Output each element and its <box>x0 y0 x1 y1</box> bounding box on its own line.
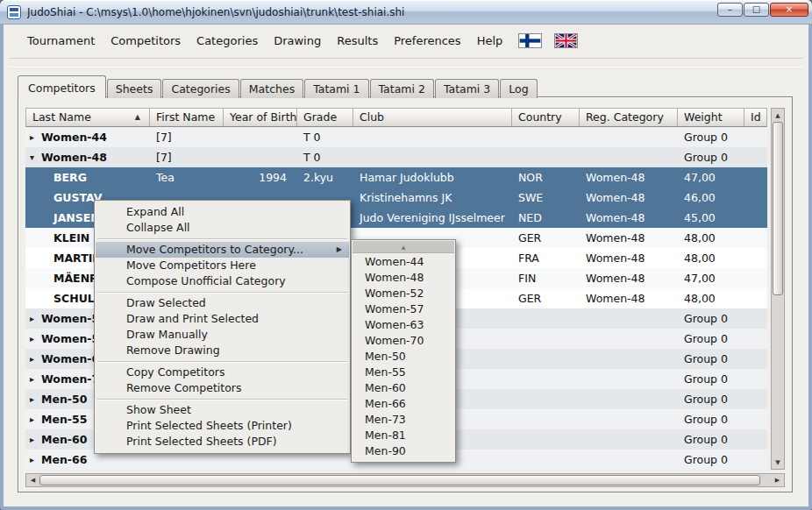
category-row[interactable]: ▸Women-44[7]T 0Group 0 <box>25 127 767 147</box>
menu-item-label: Move Competitors to Category... <box>126 243 303 256</box>
submenu-item-men-50[interactable]: Men-50 <box>353 349 454 365</box>
submenu-item-women-48[interactable]: Women-48 <box>353 270 454 286</box>
vertical-scrollbar-thumb[interactable] <box>773 122 783 295</box>
tab-categories[interactable]: Categories <box>162 79 239 98</box>
submenu-item-women-70[interactable]: Women-70 <box>353 333 454 349</box>
menubar-item-drawing[interactable]: Drawing <box>266 31 329 51</box>
expander-collapsed-icon[interactable]: ▸ <box>30 429 41 450</box>
context-menu-item-draw-selected[interactable]: Draw Selected <box>96 295 349 311</box>
tab-matches[interactable]: Matches <box>240 79 303 98</box>
expander-collapsed-icon[interactable]: ▸ <box>30 329 41 349</box>
table-cell: 45,00 <box>678 208 744 228</box>
context-menu-item-move-competitors-here[interactable]: Move Competitors Here <box>96 258 349 273</box>
column-header-label: First Name <box>156 110 215 124</box>
tab-tatami-1[interactable]: Tatami 1 <box>304 79 368 98</box>
submenu-item-women-52[interactable]: Women-52 <box>353 286 454 301</box>
app-window: JudoShiai - C:\msys\1.0\home\hjokinen\sv… <box>0 0 812 510</box>
context-menu-item-remove-drawing[interactable]: Remove Drawing <box>96 343 349 358</box>
submenu-item-men-73[interactable]: Men-73 <box>353 412 454 428</box>
menubar-item-competitors[interactable]: Competitors <box>103 31 189 51</box>
submenu-item-men-60[interactable]: Men-60 <box>353 380 454 396</box>
context-menu-item-show-sheet[interactable]: Show Sheet <box>96 402 349 418</box>
context-menu-item-copy-competitors[interactable]: Copy Competitors <box>96 365 349 380</box>
column-header-year-of-birth[interactable]: Year of Birth <box>224 108 297 127</box>
context-menu-item-compose-unofficial-category[interactable]: Compose Unofficial Category <box>96 273 349 289</box>
tab-tatami-3[interactable]: Tatami 3 <box>435 79 499 98</box>
column-header-weight[interactable]: Weight <box>678 108 744 127</box>
horizontal-scrollbar[interactable]: ◀ ▶ <box>25 473 785 487</box>
menubar-item-categories[interactable]: Categories <box>189 31 266 51</box>
competitor-row[interactable]: BERGTea19942.kyuHamar JudoklubbNORWomen-… <box>25 167 767 188</box>
category-row[interactable]: ▾Women-48[7]T 0Group 0 <box>25 147 767 167</box>
minimize-button[interactable]: – <box>717 3 743 17</box>
expander-collapsed-icon[interactable]: ▸ <box>30 349 41 369</box>
column-header-grade[interactable]: Grade <box>297 108 353 127</box>
vertical-scrollbar[interactable]: ▲ ▼ <box>771 108 785 470</box>
column-header-country[interactable]: Country <box>512 108 580 127</box>
menubar-item-tournament[interactable]: Tournament <box>19 31 103 51</box>
menu-item-label: Draw and Print Selected <box>126 312 259 325</box>
submenu-item-women-57[interactable]: Women-57 <box>353 301 454 317</box>
titlebar[interactable]: JudoShiai - C:\msys\1.0\home\hjokinen\sv… <box>0 0 812 25</box>
finnish-flag-icon[interactable] <box>519 34 541 47</box>
context-menu-item-collapse-all[interactable]: Collapse All <box>96 220 349 236</box>
context-menu-item-remove-competitors[interactable]: Remove Competitors <box>96 380 349 396</box>
table-cell <box>353 127 512 147</box>
uk-flag-icon[interactable] <box>555 34 577 47</box>
column-header-first-name[interactable]: First Name <box>150 108 224 127</box>
category-label: Women-5 <box>41 308 99 329</box>
table-cell <box>580 389 678 409</box>
submenu-item-men-90[interactable]: Men-90 <box>353 443 454 459</box>
expander-expanded-icon[interactable]: ▾ <box>30 147 41 167</box>
submenu-item-men-66[interactable]: Men-66 <box>353 396 454 412</box>
expander-collapsed-icon[interactable]: ▸ <box>30 308 41 329</box>
tab-log[interactable]: Log <box>500 79 537 98</box>
table-cell <box>744 369 767 389</box>
close-button[interactable]: × <box>770 3 808 17</box>
menu-separator <box>97 361 347 362</box>
column-header-club[interactable]: Club <box>353 108 512 127</box>
maximize-button[interactable]: □ <box>744 3 769 17</box>
table-cell <box>512 127 580 147</box>
expander-collapsed-icon[interactable]: ▸ <box>30 389 41 409</box>
menu-item-label: Print Selected Sheets (PDF) <box>126 435 277 448</box>
scroll-up-icon[interactable]: ▲ <box>772 110 784 121</box>
tab-sheets[interactable]: Sheets <box>107 79 162 98</box>
submenu-item-women-63[interactable]: Women-63 <box>353 317 454 333</box>
column-header-last-name[interactable]: Last Name▲ <box>25 108 150 127</box>
submenu-item-men-55[interactable]: Men-55 <box>353 365 454 380</box>
table-cell: [7] <box>150 147 224 167</box>
context-menu-item-print-selected-sheets-printer[interactable]: Print Selected Sheets (Printer) <box>96 418 349 434</box>
expander-collapsed-icon[interactable]: ▸ <box>30 409 41 429</box>
scroll-down-icon[interactable]: ▼ <box>772 457 784 468</box>
scroll-left-icon[interactable]: ◀ <box>27 474 39 486</box>
menubar-item-preferences[interactable]: Preferences <box>386 31 468 51</box>
expander-collapsed-icon[interactable]: ▸ <box>30 127 41 147</box>
menubar-item-results[interactable]: Results <box>329 31 386 51</box>
menubar-item-help[interactable]: Help <box>469 31 511 51</box>
scroll-right-icon[interactable]: ▶ <box>772 474 783 486</box>
expander-collapsed-icon[interactable]: ▸ <box>30 450 41 470</box>
tab-tatami-2[interactable]: Tatami 2 <box>370 79 434 98</box>
table-header: Last Name▲First NameYear of BirthGradeCl… <box>25 108 767 127</box>
context-menu-item-draw-manually[interactable]: Draw Manually <box>96 327 349 343</box>
column-header-reg-category[interactable]: Reg. Category <box>580 108 678 127</box>
submenu-item-women-44[interactable]: Women-44 <box>353 254 454 270</box>
column-header-id[interactable]: Id <box>744 108 767 127</box>
expander-collapsed-icon[interactable]: ▸ <box>30 369 41 389</box>
context-menu-item-move-competitors-to-category[interactable]: Move Competitors to Category...▶ <box>96 242 349 258</box>
category-label: Men-66 <box>41 450 87 470</box>
table-cell: Women-48 <box>580 228 678 248</box>
context-menu-item-expand-all[interactable]: Expand All <box>96 204 349 220</box>
context-menu-item-print-selected-sheets-pdf[interactable]: Print Selected Sheets (PDF) <box>96 434 349 450</box>
table-cell: 47,00 <box>678 167 744 188</box>
table-cell: 1994 <box>224 167 297 188</box>
table-cell <box>580 147 678 167</box>
tab-competitors[interactable]: Competitors <box>18 75 106 98</box>
context-menu-item-draw-and-print-selected[interactable]: Draw and Print Selected <box>96 311 349 327</box>
submenu-item-men-81[interactable]: Men-81 <box>353 428 454 443</box>
competitor-last-name: MÄENP <box>53 268 97 288</box>
table-cell <box>512 409 580 429</box>
horizontal-scrollbar-thumb[interactable] <box>39 475 760 485</box>
table-cell: Women-48 <box>580 248 678 268</box>
